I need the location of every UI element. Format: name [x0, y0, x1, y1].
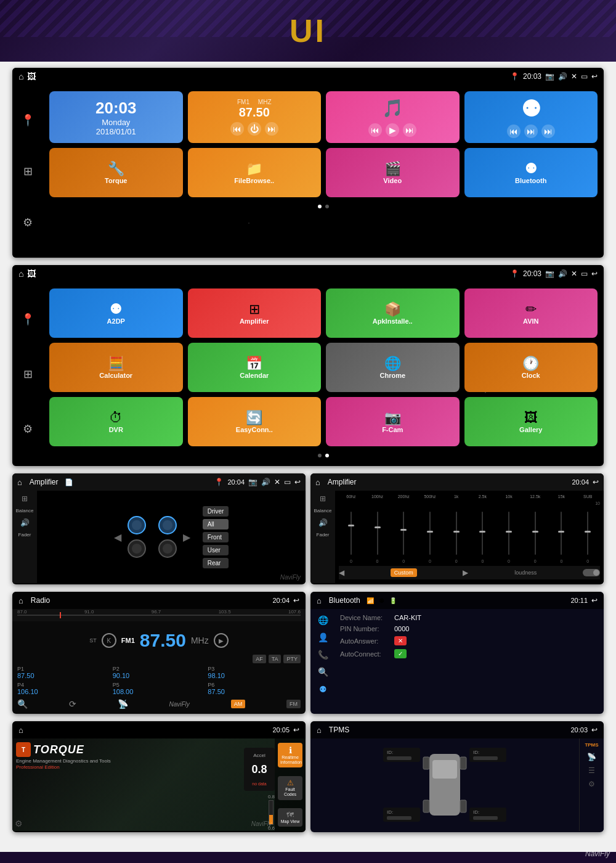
- home-icon-2[interactable]: ⌂: [18, 269, 23, 279]
- nav-location-icon-2[interactable]: 📍: [21, 313, 34, 326]
- window-icon[interactable]: ▭: [581, 72, 588, 81]
- amp-rear-btn[interactable]: Rear: [203, 558, 229, 568]
- radio-ta-btn[interactable]: TA: [269, 655, 282, 663]
- back-icon[interactable]: ↩: [591, 72, 598, 81]
- eq-bar-10[interactable]: [575, 512, 600, 555]
- speaker-fr[interactable]: [158, 516, 177, 534]
- tpms-menu-icon[interactable]: ☰: [588, 766, 595, 775]
- tpms-back-icon-header[interactable]: ↩: [591, 726, 598, 734]
- bt-globe-icon[interactable]: 🌐: [318, 615, 328, 625]
- amp-right-arrow[interactable]: ▶: [183, 531, 190, 543]
- speaker-rr[interactable]: [158, 539, 177, 558]
- x-icon[interactable]: ✕: [571, 72, 577, 81]
- radio-search-icon[interactable]: 🔍: [17, 699, 28, 709]
- amp-driver-btn[interactable]: Driver: [203, 506, 229, 517]
- amp-fader-icon[interactable]: 🔊: [20, 518, 30, 527]
- bt-search-icon[interactable]: 🔍: [318, 667, 328, 677]
- eq-balance-icon[interactable]: ⊞: [320, 494, 326, 503]
- tpms-home-icon[interactable]: ⌂: [317, 726, 322, 735]
- radio-home-icon[interactable]: ⌂: [18, 596, 23, 605]
- eq-loudness-toggle[interactable]: [583, 569, 600, 576]
- app-tile-fcam[interactable]: 📷 F-Cam: [326, 397, 460, 446]
- radio-preset-p6[interactable]: P6 87.50: [208, 682, 301, 695]
- eq-preset[interactable]: Custom: [391, 568, 417, 577]
- nav-settings-icon[interactable]: ⚙: [23, 216, 33, 229]
- radio-antenna-icon[interactable]: 📡: [118, 699, 128, 709]
- amp-balance-icon[interactable]: ⊞: [22, 494, 28, 503]
- app-tile-easyconn[interactable]: 🔄 EasyConn..: [188, 397, 322, 446]
- eq-bar-6[interactable]: [471, 512, 495, 555]
- bt-home-icon[interactable]: ⌂: [317, 596, 322, 605]
- eq-bar-3[interactable]: [391, 512, 416, 555]
- x-icon-2[interactable]: ✕: [571, 269, 577, 278]
- radio-preset-p4[interactable]: P4 106.10: [17, 682, 110, 695]
- app-tile-apkinstaller[interactable]: 📦 ApkInstalle..: [326, 288, 460, 338]
- eq-bar-2[interactable]: [365, 512, 390, 555]
- eq-bar-9[interactable]: [549, 512, 574, 555]
- app-tile-a2dp[interactable]: ⚉ A2DP: [49, 288, 183, 338]
- radio-pty-btn[interactable]: PTY: [283, 655, 301, 663]
- bt-autoanswer-toggle[interactable]: ✕: [394, 636, 407, 645]
- eq-bar-1[interactable]: [339, 512, 363, 555]
- radio-fm-btn[interactable]: FM: [286, 700, 301, 708]
- bt-person-icon[interactable]: 👤: [318, 632, 328, 642]
- eq-home-icon[interactable]: ⌂: [315, 478, 320, 487]
- amp-front-btn[interactable]: Front: [203, 532, 229, 542]
- radio-preset-p5[interactable]: P5 108.00: [113, 682, 206, 695]
- eq-fader-icon[interactable]: 🔊: [318, 518, 328, 527]
- amp-window-icon[interactable]: ▭: [284, 478, 291, 486]
- tpms-signal-icon[interactable]: 📡: [587, 753, 596, 761]
- music-play-icon[interactable]: ▶: [386, 123, 399, 137]
- torque-back-icon-header[interactable]: ↩: [293, 726, 299, 734]
- eq-bar-7[interactable]: [496, 512, 521, 555]
- bt-prev-icon[interactable]: ⏮: [507, 125, 521, 138]
- app-tile-clock2[interactable]: 🕐 Clock: [464, 343, 598, 392]
- bt-phone-icon[interactable]: 📞: [318, 650, 328, 660]
- amp-user-btn[interactable]: User: [203, 545, 229, 555]
- amp-x-icon[interactable]: ✕: [274, 478, 280, 486]
- nav-location-icon[interactable]: 📍: [21, 113, 34, 127]
- radio-k-btn[interactable]: K: [102, 633, 116, 648]
- app-tile-gallery[interactable]: 🖼 Gallery: [464, 397, 598, 446]
- music-next-icon[interactable]: ⏭: [403, 123, 416, 137]
- amp-home-icon[interactable]: ⌂: [17, 478, 22, 487]
- radio-preset-p3[interactable]: P3 98.10: [208, 666, 301, 679]
- radio-power-icon[interactable]: ⏻: [248, 122, 261, 136]
- eq-next-arrow[interactable]: ▶: [463, 568, 468, 577]
- nav-sliders-icon-2[interactable]: ⊞: [23, 367, 33, 381]
- radio-preset-p2[interactable]: P2 90.10: [113, 666, 206, 679]
- eq-prev-arrow[interactable]: ◀: [339, 568, 344, 577]
- bt-bt-sidebar-icon[interactable]: ⚉: [319, 684, 327, 694]
- radio-fwd-btn[interactable]: ▶: [214, 633, 229, 648]
- torque-fault-btn[interactable]: ⚠ Fault Codes: [278, 776, 302, 800]
- home-icon[interactable]: ⌂: [18, 72, 23, 81]
- bt-back-icon-header[interactable]: ↩: [591, 596, 598, 605]
- speaker-fl[interactable]: [128, 516, 146, 534]
- app-tile-dvr[interactable]: ⏱ DVR: [49, 397, 183, 446]
- app-tile-chrome[interactable]: 🌐 Chrome: [326, 343, 460, 392]
- speaker-rl[interactable]: [128, 539, 146, 558]
- app-tile-calculator[interactable]: 🧮 Calculator: [49, 343, 183, 392]
- amp-all-btn[interactable]: All: [203, 519, 229, 530]
- bt-autoconnect-on[interactable]: ✓: [394, 649, 407, 658]
- radio-back-icon-header[interactable]: ↩: [293, 596, 299, 605]
- bt-autoconnect-toggle[interactable]: ✓: [394, 649, 407, 658]
- window-icon-2[interactable]: ▭: [581, 269, 588, 278]
- amp-back-icon[interactable]: ↩: [294, 478, 301, 486]
- torque-realtime-btn[interactable]: ℹ Realtime Information: [278, 743, 302, 768]
- music-prev-icon[interactable]: ⏮: [368, 123, 382, 137]
- amp-left-arrow[interactable]: ◀: [114, 531, 121, 543]
- eq-back-icon[interactable]: ↩: [593, 478, 599, 486]
- nav-sliders-icon[interactable]: ⊞: [23, 165, 33, 178]
- app-tile-bluetooth-home[interactable]: ⚉ ⏮ ⏭ ⏭: [464, 91, 598, 143]
- torque-map-btn[interactable]: 🗺 Map View: [278, 808, 302, 827]
- app-tile-bluetooth2[interactable]: ⚉ Bluetooth: [464, 148, 598, 197]
- radio-scan-icon[interactable]: ⟳: [69, 699, 76, 709]
- radio-preset-p1[interactable]: P1 87.50: [17, 666, 110, 679]
- radio-prev-icon[interactable]: ⏮: [230, 122, 244, 136]
- radio-next-icon[interactable]: ⏭: [265, 122, 278, 136]
- eq-bar-4[interactable]: [418, 512, 442, 555]
- app-tile-filebrowse[interactable]: 📁 FileBrowse..: [188, 148, 322, 197]
- app-tile-avin[interactable]: ✏ AVIN: [464, 288, 598, 338]
- torque-home-icon[interactable]: ⌂: [18, 726, 23, 735]
